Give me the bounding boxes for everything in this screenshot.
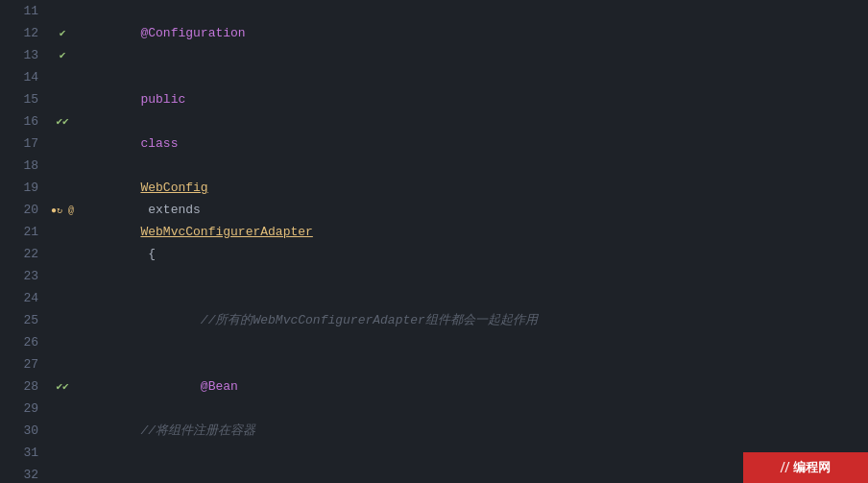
- gutter-32: [48, 464, 77, 483]
- gutter-25: [48, 309, 77, 331]
- gutter-14: [48, 66, 77, 88]
- brand-logo-symbol: //: [781, 458, 789, 477]
- gutter-21: [48, 221, 77, 243]
- code-line-12: @Configuration: [77, 0, 868, 66]
- gutter-18: [48, 155, 77, 177]
- gutter: ✔ ✔ ✔✔ ●↻ @ ✔✔: [48, 0, 77, 483]
- gutter-22: [48, 243, 77, 265]
- gutter-27: [48, 353, 77, 375]
- gutter-24: [48, 287, 77, 309]
- code-line-15: //所有的WebMvcConfigurerAdapter组件都会一起起作用: [77, 287, 868, 353]
- gutter-19: [48, 177, 77, 199]
- code-line-16: @Bean //将组件注册在容器: [77, 353, 868, 464]
- gutter-30: [48, 420, 77, 442]
- brand-logo-text: 编程网: [793, 459, 831, 476]
- code-line-13: public class WebConfig extends WebMvcCon…: [77, 66, 868, 287]
- gutter-23: [48, 265, 77, 287]
- code-content: @Configuration public class WebConfig ex…: [77, 0, 868, 483]
- line-numbers: 11 12 13 14 15 16 17 18 19 20 21 22 23 2…: [0, 0, 48, 483]
- code-area: 11 12 13 14 15 16 17 18 19 20 21 22 23 2…: [0, 0, 868, 483]
- bottom-bar: // 编程网: [743, 452, 868, 483]
- gutter-13[interactable]: ✔: [48, 44, 77, 66]
- gutter-26: [48, 331, 77, 353]
- code-editor: 11 12 13 14 15 16 17 18 19 20 21 22 23 2…: [0, 0, 868, 483]
- gutter-20[interactable]: ●↻ @: [48, 199, 77, 221]
- gutter-11: [48, 0, 77, 22]
- gutter-29: [48, 398, 77, 420]
- gutter-15: [48, 88, 77, 110]
- gutter-31: [48, 442, 77, 464]
- gutter-16[interactable]: ✔✔: [48, 110, 77, 133]
- gutter-12[interactable]: ✔: [48, 22, 77, 44]
- gutter-28[interactable]: ✔✔: [48, 375, 77, 398]
- gutter-17: [48, 133, 77, 155]
